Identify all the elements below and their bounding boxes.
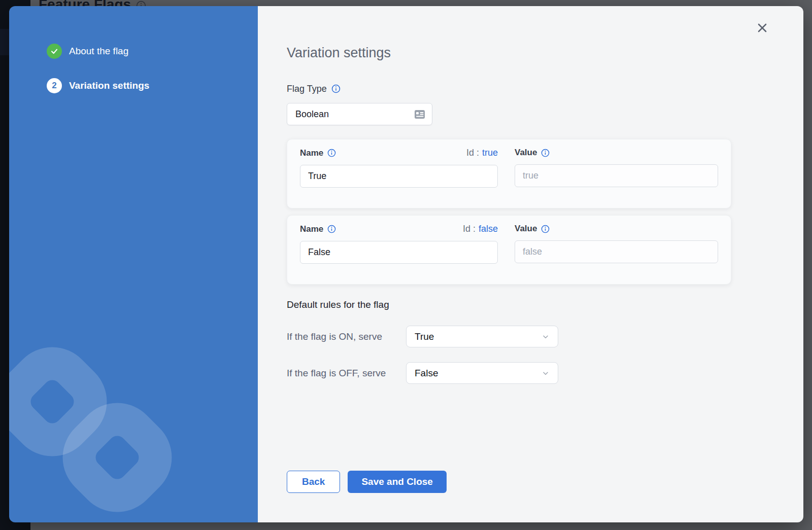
info-icon[interactable] [331, 84, 341, 93]
id-value: true [482, 148, 498, 158]
step-number-badge: 2 [47, 78, 62, 93]
step-about-the-flag[interactable]: About the flag [9, 44, 258, 59]
save-and-close-button[interactable]: Save and Close [348, 471, 446, 493]
id-label: Id : [463, 224, 476, 234]
default-rules-title: Default rules for the flag [287, 299, 773, 311]
rule-off-label: If the flag is OFF, serve [287, 368, 406, 379]
variation-name-input[interactable] [300, 241, 498, 264]
variation-id: Id :false [463, 224, 498, 234]
rule-row-on: If the flag is ON, serve True [287, 326, 773, 347]
id-value: false [479, 224, 498, 234]
flag-type-label: Flag Type [287, 83, 773, 94]
info-icon[interactable] [541, 225, 550, 233]
create-flag-modal: About the flag 2 Variation settings Vari… [9, 6, 803, 522]
rule-off-select-value: False [415, 368, 438, 379]
name-label-text: Name [300, 224, 323, 234]
profile-card-icon [414, 110, 425, 119]
name-label-text: Name [300, 148, 323, 158]
rule-on-label: If the flag is ON, serve [287, 331, 406, 342]
close-icon[interactable] [755, 20, 770, 36]
step-label: About the flag [69, 46, 128, 57]
step-variation-settings[interactable]: 2 Variation settings [9, 78, 258, 93]
variation-card-false: Name Id :false [287, 215, 731, 285]
value-label-text: Value [515, 148, 537, 158]
info-icon[interactable] [327, 225, 336, 233]
value-label-text: Value [515, 224, 537, 234]
panel-title: Variation settings [287, 45, 773, 61]
flag-type-select[interactable]: Boolean [287, 103, 432, 125]
modal-actions: Back Save and Close [287, 471, 773, 493]
variation-settings-panel: Variation settings Flag Type Boolean [258, 6, 803, 522]
back-button[interactable]: Back [287, 471, 340, 493]
variation-card-true: Name Id :true [287, 139, 731, 208]
wizard-sidebar: About the flag 2 Variation settings [9, 6, 258, 522]
rule-on-select-value: True [415, 331, 434, 342]
value-label: Value [515, 148, 550, 158]
rule-on-select[interactable]: True [406, 326, 558, 347]
flag-type-label-text: Flag Type [287, 83, 327, 94]
info-icon[interactable] [327, 149, 336, 157]
check-icon [47, 44, 62, 59]
info-icon[interactable] [541, 149, 550, 157]
step-label: Variation settings [69, 80, 149, 91]
value-label: Value [515, 224, 550, 234]
variation-value-input[interactable] [515, 164, 718, 187]
name-label: Name [300, 224, 336, 234]
name-label: Name [300, 148, 336, 158]
id-label: Id : [466, 148, 479, 158]
flag-type-select-value: Boolean [295, 109, 329, 120]
rule-row-off: If the flag is OFF, serve False [287, 362, 773, 384]
variation-value-input[interactable] [515, 240, 718, 263]
rule-off-select[interactable]: False [406, 362, 558, 384]
variation-id: Id :true [466, 148, 498, 158]
variation-name-input[interactable] [300, 165, 498, 188]
chevron-down-icon [542, 333, 550, 341]
chevron-down-icon [542, 369, 550, 377]
